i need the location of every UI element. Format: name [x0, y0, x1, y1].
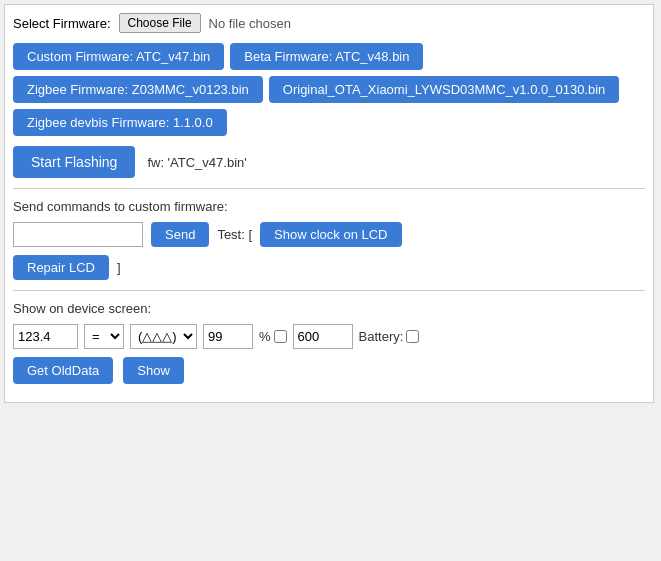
firmware-btn-beta[interactable]: Beta Firmware: ATC_v48.bin: [230, 43, 423, 70]
firmware-btn-custom[interactable]: Custom Firmware: ATC_v47.bin: [13, 43, 224, 70]
test-label: Test: [: [217, 227, 252, 242]
bracket-close-label: ]: [117, 260, 121, 275]
get-old-data-button[interactable]: Get OldData: [13, 357, 113, 384]
show-button[interactable]: Show: [123, 357, 184, 384]
repair-row: Repair LCD ]: [13, 255, 645, 280]
repair-lcd-button[interactable]: Repair LCD: [13, 255, 109, 280]
divider-1: [13, 188, 645, 189]
fw-current-label: fw: 'ATC_v47.bin': [147, 155, 246, 170]
firmware-select-row: Select Firmware: Choose File No file cho…: [13, 13, 645, 33]
device-screen-row: = < > != (△△△) (△△) (△) (○) % Battery:: [13, 324, 645, 349]
symbol-select[interactable]: (△△△) (△△) (△) (○): [130, 324, 197, 349]
choose-file-button[interactable]: Choose File: [119, 13, 201, 33]
operator-select[interactable]: = < > !=: [84, 324, 124, 349]
flash-row: Start Flashing fw: 'ATC_v47.bin': [13, 146, 645, 178]
firmware-btn-zigbee-dev[interactable]: Zigbee devbis Firmware: 1.1.0.0: [13, 109, 227, 136]
ms-input[interactable]: [293, 324, 353, 349]
send-input[interactable]: [13, 222, 143, 247]
device-screen-title: Show on device screen:: [13, 301, 645, 316]
firmware-btn-original[interactable]: Original_OTA_Xiaomi_LYWSD03MMC_v1.0.0_01…: [269, 76, 620, 103]
no-file-text: No file chosen: [209, 16, 291, 31]
send-button[interactable]: Send: [151, 222, 209, 247]
battery-checkbox[interactable]: [406, 330, 419, 343]
device-screen-section: Show on device screen: = < > != (△△△) (△…: [13, 301, 645, 384]
bottom-actions: Get OldData Show: [13, 357, 645, 384]
send-commands-title: Send commands to custom firmware:: [13, 199, 645, 214]
percent-input[interactable]: [203, 324, 253, 349]
start-flashing-button[interactable]: Start Flashing: [13, 146, 135, 178]
percent-label: %: [259, 329, 287, 344]
divider-2: [13, 290, 645, 291]
firmware-select-label: Select Firmware:: [13, 16, 111, 31]
battery-label: Battery:: [359, 329, 420, 344]
firmware-btn-zigbee[interactable]: Zigbee Firmware: Z03MMC_v0123.bin: [13, 76, 263, 103]
show-clock-button[interactable]: Show clock on LCD: [260, 222, 401, 247]
send-commands-section: Send commands to custom firmware: Send T…: [13, 199, 645, 280]
firmware-buttons-container: Custom Firmware: ATC_v47.bin Beta Firmwa…: [13, 43, 645, 136]
send-row: Send Test: [ Show clock on LCD: [13, 222, 645, 247]
value-input[interactable]: [13, 324, 78, 349]
percent-checkbox[interactable]: [274, 330, 287, 343]
